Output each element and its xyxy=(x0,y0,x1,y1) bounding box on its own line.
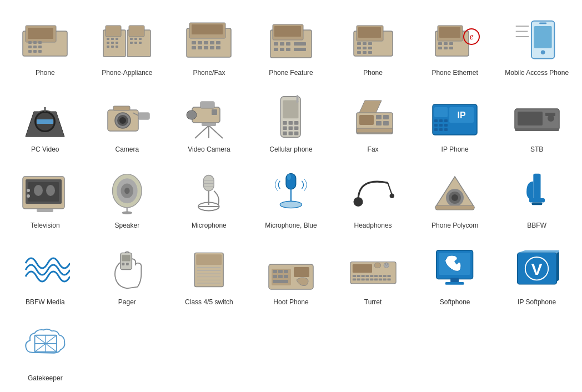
svg-text:IP: IP xyxy=(458,110,466,120)
label-cellular-phone: Cellular phone xyxy=(269,145,312,154)
item-speaker[interactable]: Speaker xyxy=(88,164,167,235)
item-headphones[interactable]: Headphones xyxy=(333,164,413,235)
label-phone: Phone xyxy=(36,69,55,78)
item-ip-softphone[interactable]: V IP Softphone xyxy=(497,240,576,311)
svg-rect-128 xyxy=(434,107,448,117)
label-television: Television xyxy=(31,222,60,230)
svg-rect-73 xyxy=(438,47,442,49)
icon-phone-fax xyxy=(178,16,239,66)
svg-point-93 xyxy=(119,117,126,124)
svg-rect-82 xyxy=(534,26,552,48)
item-microphone-blue[interactable]: Microphone, Blue xyxy=(252,164,331,235)
icon-class-switch xyxy=(178,245,239,295)
svg-rect-137 xyxy=(444,128,448,131)
svg-rect-84 xyxy=(539,23,546,24)
item-phone-fax[interactable]: Phone/Fax xyxy=(169,11,249,82)
label-softphone: Softphone xyxy=(440,298,470,307)
label-phone-appliance: Phone-Appliance xyxy=(102,69,152,78)
svg-rect-38 xyxy=(216,41,220,44)
svg-rect-15 xyxy=(111,38,114,40)
svg-rect-114 xyxy=(288,131,293,135)
svg-rect-57 xyxy=(358,27,381,38)
svg-rect-109 xyxy=(294,121,299,125)
label-gatekeeper: Gatekeeper xyxy=(28,374,63,383)
item-microphone[interactable]: Microphone xyxy=(169,164,249,235)
svg-rect-195 xyxy=(284,270,288,273)
svg-rect-196 xyxy=(273,275,277,278)
svg-rect-200 xyxy=(294,267,309,277)
svg-rect-219 xyxy=(378,279,382,281)
svg-line-99 xyxy=(209,125,223,138)
item-gatekeeper[interactable]: Gatekeeper xyxy=(6,316,85,388)
item-hoot-phone[interactable]: Hoot Phone xyxy=(252,240,331,311)
svg-text:e: e xyxy=(470,32,474,41)
svg-rect-131 xyxy=(444,119,448,122)
item-turret[interactable]: Turret xyxy=(333,240,413,311)
svg-rect-220 xyxy=(383,279,386,281)
item-phone2[interactable]: Phone xyxy=(333,11,413,82)
icon-stb xyxy=(506,92,568,142)
svg-rect-120 xyxy=(376,115,382,119)
svg-rect-60 xyxy=(368,42,372,45)
item-phone[interactable]: Phone xyxy=(6,11,85,82)
item-mobile-access-phone[interactable]: Mobile Access Phone xyxy=(497,11,576,82)
svg-rect-202 xyxy=(352,264,372,273)
item-camera[interactable]: Camera xyxy=(88,88,167,159)
svg-rect-43 xyxy=(216,46,220,49)
svg-rect-141 xyxy=(545,113,555,116)
svg-point-174 xyxy=(451,194,458,201)
svg-rect-65 xyxy=(363,51,367,54)
svg-rect-69 xyxy=(439,27,460,38)
svg-rect-34 xyxy=(192,41,196,44)
item-cellular-phone[interactable]: Cellular phone xyxy=(252,88,331,159)
svg-rect-121 xyxy=(383,115,389,119)
label-class-switch: Class 4/5 switch xyxy=(185,298,233,307)
svg-rect-48 xyxy=(280,42,284,46)
icon-speaker xyxy=(97,168,158,218)
icon-ip-softphone: V xyxy=(506,245,568,295)
svg-rect-88 xyxy=(37,119,53,124)
item-ip-phone[interactable]: IP IP Phone xyxy=(415,88,495,159)
item-class-switch[interactable]: Class 4/5 switch xyxy=(169,240,249,311)
item-phone-feature[interactable]: Phone Feature xyxy=(252,11,331,82)
item-phone-appliance[interactable]: Phone-Appliance xyxy=(88,11,167,82)
svg-rect-218 xyxy=(374,279,378,281)
svg-rect-212 xyxy=(387,275,390,278)
item-bbfw[interactable]: BBFW xyxy=(497,164,576,235)
label-ip-softphone: IP Softphone xyxy=(518,298,556,307)
item-fax[interactable]: Fax xyxy=(333,88,413,159)
svg-rect-41 xyxy=(204,46,208,49)
svg-rect-221 xyxy=(387,279,390,281)
svg-rect-95 xyxy=(113,106,130,110)
item-video-camera[interactable]: Video Camera xyxy=(169,88,249,159)
svg-rect-209 xyxy=(374,275,378,278)
label-bbfw-media: BBFW Media xyxy=(26,298,65,307)
label-stb: STB xyxy=(530,145,543,154)
svg-rect-21 xyxy=(111,46,114,48)
item-pc-video[interactable]: PC Video xyxy=(6,88,85,159)
item-television[interactable]: Television xyxy=(6,164,85,235)
item-stb[interactable]: STB xyxy=(497,88,576,159)
svg-rect-11 xyxy=(38,50,42,53)
icon-softphone xyxy=(424,245,485,295)
svg-rect-139 xyxy=(518,112,543,125)
svg-rect-116 xyxy=(296,95,298,103)
svg-rect-135 xyxy=(434,128,438,131)
svg-rect-71 xyxy=(444,42,448,45)
svg-rect-70 xyxy=(438,42,442,45)
item-pager[interactable]: Pager xyxy=(88,240,167,311)
icon-bbfw xyxy=(506,168,568,218)
svg-rect-49 xyxy=(286,42,290,46)
label-phone-ethernet: Phone Ethernet xyxy=(432,69,478,78)
svg-rect-25 xyxy=(130,38,133,40)
svg-rect-136 xyxy=(439,128,443,131)
item-softphone[interactable]: Softphone xyxy=(415,240,495,311)
svg-rect-111 xyxy=(288,126,293,130)
svg-rect-8 xyxy=(38,46,42,48)
item-bbfw-media[interactable]: BBFW Media xyxy=(6,240,85,311)
svg-rect-10 xyxy=(33,50,37,53)
item-phone-polycom[interactable]: Phone Polycom xyxy=(415,164,495,235)
svg-rect-210 xyxy=(378,275,382,278)
item-phone-ethernet[interactable]: e Phone Ethernet xyxy=(415,11,495,82)
label-bbfw: BBFW xyxy=(527,222,546,230)
